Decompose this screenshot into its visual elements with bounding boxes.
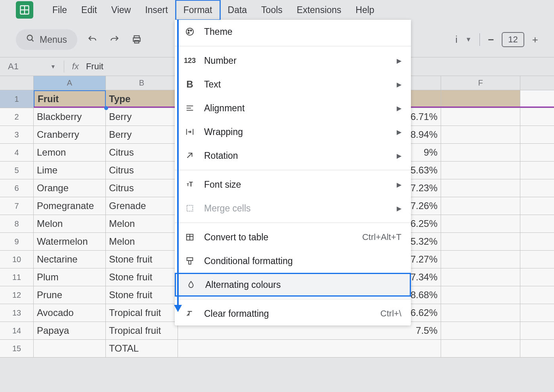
cell[interactable]: Prune	[34, 286, 106, 304]
row-number[interactable]: 4	[0, 144, 34, 161]
undo-icon[interactable]	[85, 32, 99, 47]
chevron-down-icon[interactable]: ▼	[50, 63, 56, 70]
cell-a1[interactable]: Fruit	[34, 90, 106, 108]
cell[interactable]	[441, 215, 520, 232]
col-header-b[interactable]: B	[106, 76, 178, 90]
menu-number[interactable]: 123 Number ▶	[175, 49, 411, 72]
name-box[interactable]: A1	[8, 61, 50, 72]
row-number[interactable]: 11	[0, 268, 34, 286]
row-number[interactable]: 12	[0, 286, 34, 304]
row-number[interactable]: 5	[0, 162, 34, 179]
cell[interactable]	[441, 304, 520, 322]
cell[interactable]: Tropical fruit	[106, 322, 178, 339]
row-number[interactable]: 9	[0, 233, 34, 250]
print-icon[interactable]	[130, 32, 144, 47]
menu-insert[interactable]: Insert	[138, 1, 175, 19]
col-header-a[interactable]: A	[34, 76, 106, 90]
menu-alignment[interactable]: Alignment ▶	[175, 96, 411, 120]
cell[interactable]: Stone fruit	[106, 286, 178, 304]
menu-data[interactable]: Data	[221, 1, 254, 19]
cell[interactable]: Orange	[34, 179, 106, 197]
cell[interactable]	[441, 108, 520, 126]
cell[interactable]	[441, 340, 520, 357]
cell[interactable]: Melon	[106, 215, 178, 232]
cell[interactable]	[441, 268, 520, 286]
menu-view[interactable]: View	[104, 1, 138, 19]
cell-b1[interactable]: Type	[106, 90, 178, 108]
cell[interactable]	[441, 251, 520, 268]
menu-alternating-colours[interactable]: Alternating colours	[175, 273, 411, 297]
cell[interactable]: Stone fruit	[106, 268, 178, 286]
menu-edit[interactable]: Edit	[74, 1, 104, 19]
cell[interactable]: Melon	[34, 215, 106, 232]
cell[interactable]: Citrus	[106, 179, 178, 197]
menu-conditional-formatting[interactable]: Conditional formatting	[175, 249, 411, 273]
menu-clear-formatting[interactable]: Clear formatting Ctrl+\	[175, 302, 411, 325]
cell[interactable]: TOTAL	[106, 340, 178, 357]
row-number[interactable]: 1	[0, 90, 34, 108]
menu-help[interactable]: Help	[348, 1, 381, 19]
menu-font-size[interactable]: тT Font size ▶	[175, 173, 411, 196]
menu-extensions[interactable]: Extensions	[290, 1, 349, 19]
cell[interactable]: Watermelon	[34, 233, 106, 250]
row-number[interactable]: 2	[0, 108, 34, 126]
cell-f1[interactable]	[441, 90, 520, 108]
row-number[interactable]: 10	[0, 251, 34, 268]
redo-icon[interactable]	[107, 32, 122, 47]
row-number[interactable]: 15	[0, 340, 34, 357]
row-number[interactable]: 13	[0, 304, 34, 322]
cell[interactable]: Nectarine	[34, 251, 106, 268]
cell[interactable]: Cranberry	[34, 126, 106, 143]
row-number[interactable]: 3	[0, 126, 34, 143]
select-all-corner[interactable]	[0, 76, 34, 90]
menu-format[interactable]: Format	[175, 0, 221, 21]
cell[interactable]	[441, 144, 520, 161]
cell[interactable]: Citrus	[106, 162, 178, 179]
cell[interactable]: Papaya	[34, 322, 106, 339]
row-number[interactable]: 14	[0, 322, 34, 339]
menu-label: Rotation	[204, 150, 388, 161]
menu-text[interactable]: B Text ▶	[175, 72, 411, 96]
cell[interactable]: Berry	[106, 126, 178, 143]
row-number[interactable]: 8	[0, 215, 34, 232]
formula-bar[interactable]: Fruit	[86, 61, 103, 72]
cell[interactable]: Avocado	[34, 304, 106, 322]
cell[interactable]: Stone fruit	[106, 251, 178, 268]
cell[interactable]	[441, 286, 520, 304]
cell[interactable]	[441, 126, 520, 143]
cell[interactable]: Citrus	[106, 144, 178, 161]
cell[interactable]	[178, 340, 441, 357]
cell[interactable]	[441, 233, 520, 250]
cell[interactable]: Berry	[106, 108, 178, 126]
cell[interactable]: Tropical fruit	[106, 304, 178, 322]
row-number[interactable]: 7	[0, 197, 34, 215]
sheets-logo-icon[interactable]	[16, 1, 33, 19]
cell[interactable]: Pomegranate	[34, 197, 106, 215]
menu-tools[interactable]: Tools	[254, 1, 290, 19]
cell[interactable]: Melon	[106, 233, 178, 250]
plus-icon[interactable]: +	[532, 34, 538, 46]
minus-icon[interactable]: −	[488, 34, 494, 46]
row-number[interactable]: 6	[0, 179, 34, 197]
menu-rotation[interactable]: Rotation ▶	[175, 144, 411, 167]
menu-wrapping[interactable]: Wrapping ▶	[175, 120, 411, 144]
cell[interactable]	[34, 340, 106, 357]
cell[interactable]	[441, 197, 520, 215]
col-header-f[interactable]: F	[441, 76, 520, 90]
menus-button[interactable]: Menus	[16, 29, 77, 50]
selection-handle[interactable]	[104, 106, 108, 110]
menu-convert-table[interactable]: Convert to table Ctrl+Alt+T	[175, 225, 411, 249]
cell[interactable]: Plum	[34, 268, 106, 286]
menu-theme[interactable]: Theme	[175, 20, 411, 44]
cell[interactable]: Blackberry	[34, 108, 106, 126]
cell[interactable]: Lime	[34, 162, 106, 179]
cell[interactable]: Grenade	[106, 197, 178, 215]
cell[interactable]	[441, 162, 520, 179]
cell[interactable]	[441, 179, 520, 197]
menu-file[interactable]: File	[45, 1, 74, 19]
menu-label: Number	[204, 55, 388, 66]
cell[interactable]	[441, 322, 520, 339]
cell[interactable]: Lemon	[34, 144, 106, 161]
chevron-down-icon[interactable]: ▼	[465, 36, 472, 43]
font-size-input[interactable]: 12	[502, 32, 524, 47]
